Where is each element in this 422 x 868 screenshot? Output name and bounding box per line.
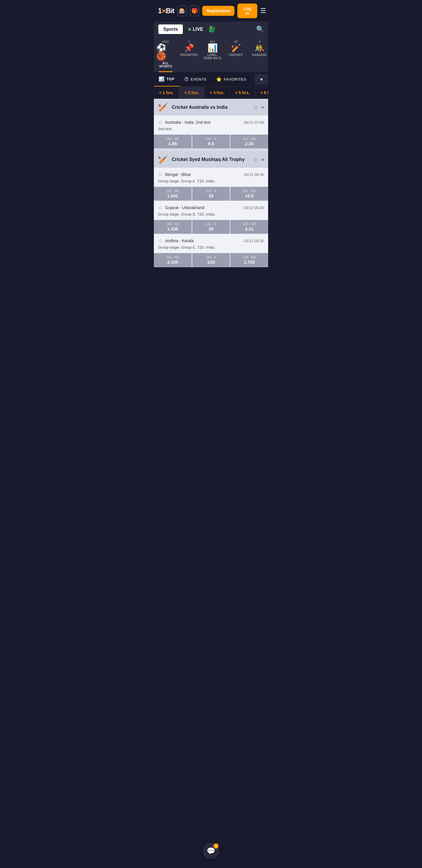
match-title-syed-3: ☆ Andhra - Kerala [158,238,194,244]
odds-value-syed-3-x: 1X2 [207,259,215,265]
cricket-icon: 🏏 [231,44,241,52]
sport-tab-cricket[interactable]: 49 🏏 CRICKET [224,39,248,69]
odds-cell-syed-3-x[interactable]: 1X2 - X 1X2 [192,253,230,267]
odds-label-syed-1-w1: 1X2 - W1 [166,189,180,193]
match-title-syed-1: ☆ Bengal - Bihar [158,171,191,178]
odds-cell-syed-2-x[interactable]: 1X2 - X 25 [192,220,230,234]
kabaddi-label: KABADDI [252,53,267,57]
time-filter-5hr[interactable]: < 5 hrs. [230,87,255,98]
login-button[interactable]: Log in [237,3,257,18]
odds-cell-syed-1-w2[interactable]: 1X2 - W2 10.6 [230,187,268,200]
match-subtitle-syed-1: Group stage. Group A. T20. India. [158,179,264,183]
odds-cell-syed-2-w2[interactable]: 1X2 - W2 3.31 [230,220,268,234]
time-filter-2hr[interactable]: < 2 hrs. [179,87,204,98]
odds-label-syed-2-w1: 1X2 - W1 [166,222,180,226]
all-sports-label: ALL SPORTS [156,62,175,68]
odds-value-syed-1-x: 25 [209,193,214,198]
odds-cell-syed-2-w1[interactable]: 1X2 - W1 1.335 [154,220,192,234]
match-favorite-star-syed-2[interactable]: ☆ [158,205,163,211]
odds-cell-syed-3-w1[interactable]: 1X2 - W1 2.155 [154,253,192,267]
match-favorite-star-syed-1[interactable]: ☆ [158,171,163,178]
favorites-icon: 📌 [184,44,194,52]
league-header-syed: 🏏 Cricket Syed Mushtaq Ali Trophy ☆ » [154,151,268,168]
match-favorite-star-1[interactable]: ☆ [158,119,163,125]
sport-tab-longterm[interactable]: 461 📊 LONG-TERM BETS [201,39,224,69]
odds-label-syed-3-w1: 1X2 - W1 [166,255,180,259]
match-subtitle-1: 2nd test [158,127,264,131]
fav-star-icon: ⭐ [216,76,222,82]
odds-cell-1-w1[interactable]: 1X2 - W1 1.85 [154,134,192,148]
league-expand-button-2[interactable]: » [261,156,264,162]
match-date-syed-3: 03/12 08:30 [244,239,264,243]
section-separator-1 [154,149,268,151]
odds-cell-syed-1-w1[interactable]: 1X2 - W1 1.041 [154,187,192,200]
filter-options-button[interactable]: ▼ [255,74,268,85]
filter-funnel-icon: ▼ [259,77,263,82]
match-favorite-star-syed-3[interactable]: ☆ [158,238,163,244]
odds-value-syed-2-x: 25 [209,226,214,231]
longterm-count: 461 [210,40,215,43]
league-favorite-button-1[interactable]: ☆ [253,104,258,111]
odds-label-syed-1-w2: 1X2 - W2 [242,189,256,193]
filter-tab-top[interactable]: 📊 TOP [154,72,180,87]
sports-tabs: 4666 ⚽🏀 ALL SPORTS 0 📌 FAVORITES 461 📊 L… [154,37,268,72]
sport-tab-favorites[interactable]: 0 📌 FAVORITES [177,39,201,69]
odds-cell-syed-1-x[interactable]: 1X2 - X 25 [192,187,230,200]
match-teams-1: Australia - India. 2nd test [165,120,210,125]
match-header-syed-3: ☆ Andhra - Kerala 03/12 08:30 [158,238,264,244]
menu-icon[interactable]: ☰ [260,7,266,15]
match-teams-syed-1: Bengal - Bihar [165,172,191,177]
time-filters: < 1 hrs. < 2 hrs. < 3 hrs. < 5 hrs. < 6 … [154,87,268,99]
odds-cell-syed-3-w2[interactable]: 1X2 - W2 1.703 [230,253,268,267]
odds-cell-1-w2[interactable]: 1X2 - W2 2.35 [230,134,268,148]
live-label: LIVE [193,27,203,32]
search-icon[interactable]: 🔍 [256,26,264,33]
league-expand-button-1[interactable]: » [261,104,264,110]
match-item-syed-1: ☆ Bengal - Bihar 03/12 06:30 Group stage… [154,168,268,201]
longterm-icon: 📊 [207,44,218,52]
match-title-syed-2: ☆ Gujarat - Uttarakhand [158,205,204,211]
logo-text-1: 1 [158,7,161,15]
odds-value-syed-2-w2: 3.31 [245,226,254,231]
odds-label-syed-1-x: 1X2 - X [206,189,217,193]
special-bets-icon[interactable]: 🐉 [208,26,216,33]
favorites-count: 0 [188,40,190,43]
odds-value-syed-1-w1: 1.041 [167,193,178,198]
time-filter-6hr[interactable]: < 6 hrs. [255,87,268,98]
main-content: 🏏 Cricket Australia vs India ☆ » ☆ Austr… [154,99,268,267]
filter-tab-favorites[interactable]: ⭐ FAVORITES [211,72,251,86]
odds-label-syed-2-x: 1X2 - X [206,222,217,226]
match-subtitle-syed-2: Group stage. Group B. T20. India. [158,212,264,216]
top-icon: 📊 [159,76,165,82]
time-filter-3hr[interactable]: < 3 hrs. [204,87,230,98]
sport-tab-kabaddi[interactable]: 4 🤼 KABADDI [248,39,268,69]
odds-label-syed-3-x: 1X2 - X [206,255,217,259]
match-date-syed-1: 03/12 06:30 [244,173,264,177]
match-teams-syed-3: Andhra - Kerala [165,239,194,243]
gift-icon[interactable]: 🎁 [190,5,200,17]
odds-cell-1-x[interactable]: 1X2 - X 9.5 [192,134,230,148]
league-favorite-button-2[interactable]: ☆ [253,156,258,163]
logo: 1×Bit [158,6,174,16]
match-title-1: ☆ Australia - India. 2nd test [158,119,210,125]
live-button[interactable]: LIVE [188,27,203,32]
time-filter-1hr[interactable]: < 1 hrs. [154,87,179,98]
cricket-count: 49 [234,40,238,43]
top-label: TOP [166,77,175,81]
league-actions-1: ☆ » [253,104,264,111]
register-button[interactable]: Registration [202,6,234,16]
casino-icon[interactable]: 🎰 [177,5,187,17]
odds-value-syed-1-w2: 10.6 [245,193,254,198]
match-teams-syed-2: Gujarat - Uttarakhand [165,205,204,210]
kabaddi-count: 4 [258,40,260,43]
match-subtitle-syed-3: Group stage. Group E. T20. India. [158,245,264,250]
header: 1×Bit 🎰 🎁 Registration Log in ☰ [154,0,268,22]
sport-tab-all[interactable]: 4666 ⚽🏀 ALL SPORTS [154,39,177,69]
odds-row-syed-1: 1X2 - W1 1.041 1X2 - X 25 1X2 - W2 10.6 [154,187,268,200]
odds-row-syed-2: 1X2 - W1 1.335 1X2 - X 25 1X2 - W2 3.31 [154,220,268,234]
match-item-aus-ind-1: ☆ Australia - India. 2nd test 06/12 07:0… [154,116,268,149]
filter-tab-events[interactable]: ⏱ EVENTS [180,73,212,86]
match-date-1: 06/12 07:00 [244,120,264,125]
cricket-ball-icon-2: 🏏 [158,155,168,164]
sports-button[interactable]: Sports [158,24,184,35]
